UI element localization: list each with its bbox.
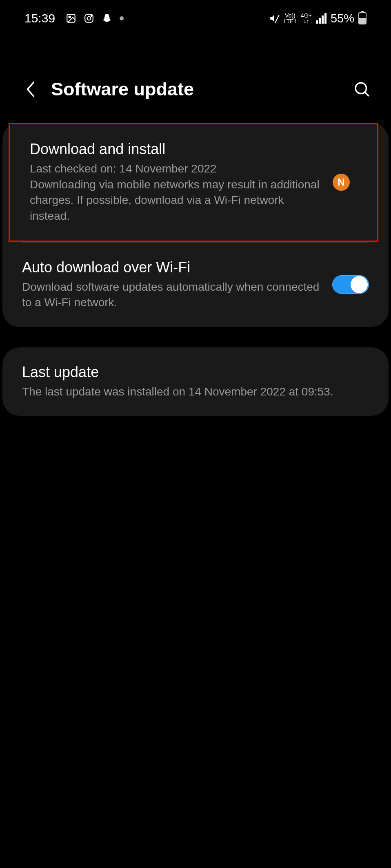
row-title: Last update [22, 364, 361, 381]
row-subtitle: The last update was installed on 14 Nove… [22, 384, 361, 400]
status-right: Vo)) LTE1 4G+ ↓↑ 55% [269, 12, 367, 25]
battery-icon [358, 12, 367, 24]
download-install-row[interactable]: Download and install Last checked on: 14… [10, 124, 377, 241]
settings-card-last-update: Last update The last update was installe… [2, 347, 389, 416]
row-body: Auto download over Wi-Fi Download softwa… [22, 259, 332, 311]
search-icon [353, 81, 371, 98]
signal-icon [316, 13, 327, 24]
row-subtitle: Last checked on: 14 November 2022 Downlo… [30, 161, 324, 224]
chevron-left-icon [24, 80, 37, 98]
mute-icon [269, 13, 280, 24]
more-notifications-dot [120, 16, 124, 20]
svg-point-1 [69, 16, 71, 18]
row-body: Download and install Last checked on: 14… [30, 141, 333, 224]
auto-download-toggle[interactable] [332, 275, 369, 294]
snapchat-icon [102, 13, 112, 24]
status-time: 15:39 [24, 11, 55, 25]
notification-badge: N [333, 174, 350, 191]
instagram-icon [84, 13, 94, 24]
row-body: Last update The last update was installe… [22, 364, 369, 400]
row-title: Download and install [30, 141, 324, 158]
volte-indicator: Vo)) LTE1 [284, 13, 297, 24]
highlight-box: Download and install Last checked on: 14… [9, 123, 378, 242]
svg-point-3 [87, 17, 91, 20]
last-update-row[interactable]: Last update The last update was installe… [2, 347, 389, 416]
row-title: Auto download over Wi-Fi [22, 259, 324, 276]
svg-point-4 [91, 15, 92, 17]
data-indicator: 4G+ ↓↑ [301, 13, 312, 24]
gallery-icon [66, 13, 76, 24]
status-left: 15:39 [24, 11, 124, 25]
battery-percent: 55% [331, 12, 354, 25]
search-button[interactable] [349, 77, 375, 102]
page-title: Software update [51, 79, 349, 100]
status-bar: 15:39 Vo)) LTE1 4G+ ↓↑ 55% [0, 0, 391, 33]
row-subtitle: Download software updates automatically … [22, 279, 324, 311]
svg-line-5 [275, 15, 279, 23]
toggle-knob [351, 276, 368, 293]
settings-card-updates: Download and install Last checked on: 14… [2, 123, 389, 327]
back-button[interactable] [20, 76, 41, 102]
app-header: Software update [0, 33, 391, 123]
auto-download-row[interactable]: Auto download over Wi-Fi Download softwa… [2, 243, 389, 327]
svg-line-7 [365, 92, 369, 96]
